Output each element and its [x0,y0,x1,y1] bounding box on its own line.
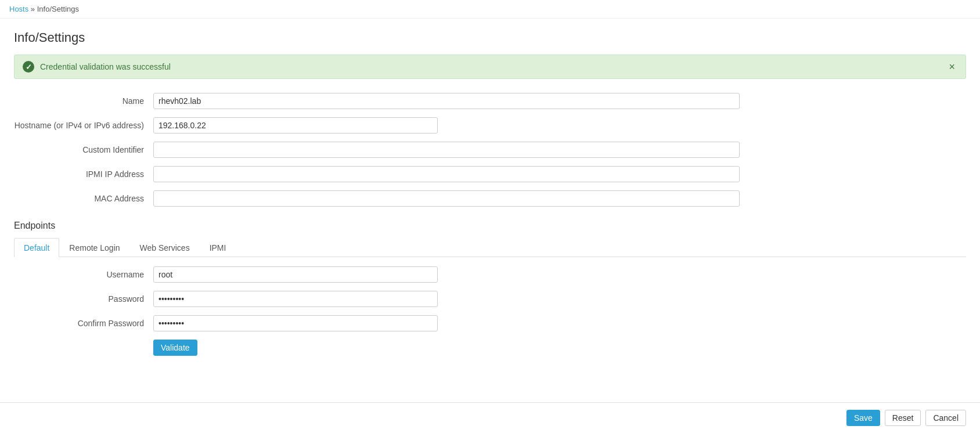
check-circle-icon: ✓ [23,61,34,73]
validate-button[interactable]: Validate [153,340,197,356]
password-input[interactable] [153,291,438,307]
hostname-label: Hostname (or IPv4 or IPv6 address) [14,121,153,130]
breadcrumb-separator: » [31,5,35,13]
breadcrumb-current: Info/Settings [37,5,79,13]
mac-address-field-group: MAC Address [14,190,966,207]
custom-identifier-field-group: Custom Identifier [14,142,966,158]
username-label: Username [14,270,153,279]
name-field-group: Name [14,93,966,109]
endpoints-section-title: Endpoints [14,221,966,231]
confirm-password-input[interactable] [153,315,438,331]
username-input[interactable] [153,266,438,283]
password-field-group: Password [14,291,966,307]
ipmi-ip-input[interactable] [153,166,740,182]
mac-address-label: MAC Address [14,194,153,203]
name-label: Name [14,96,153,106]
name-input[interactable] [153,93,740,109]
tab-ipmi[interactable]: IPMI [200,238,236,257]
alert-close-button[interactable]: × [946,62,957,72]
hostname-field-group: Hostname (or IPv4 or IPv6 address) [14,117,966,133]
password-label: Password [14,294,153,304]
success-icon: ✓ [23,61,34,73]
tab-default-content: Username Password Confirm Password Valid… [14,266,966,356]
validate-button-group: Validate [14,340,966,356]
tab-default[interactable]: Default [14,238,59,257]
custom-identifier-label: Custom Identifier [14,145,153,154]
ipmi-ip-label: IPMI IP Address [14,169,153,179]
endpoints-tabs: Default Remote Login Web Services IPMI [14,238,966,257]
success-alert: ✓ Credential validation was successful × [14,55,966,79]
breadcrumb-hosts-link[interactable]: Hosts [9,5,28,13]
confirm-password-field-group: Confirm Password [14,315,966,331]
breadcrumb: Hosts » Info/Settings [0,0,980,19]
page-title: Info/Settings [14,30,966,45]
tab-remote-login[interactable]: Remote Login [59,238,129,257]
endpoints-section: Endpoints Default Remote Login Web Servi… [14,221,966,356]
custom-identifier-input[interactable] [153,142,740,158]
ipmi-ip-field-group: IPMI IP Address [14,166,966,182]
mac-address-input[interactable] [153,190,740,207]
page-content: Info/Settings ✓ Credential validation wa… [0,19,980,376]
tab-web-services[interactable]: Web Services [130,238,200,257]
hostname-input[interactable] [153,117,438,133]
alert-message: Credential validation was successful [40,62,946,71]
username-field-group: Username [14,266,966,283]
confirm-password-label: Confirm Password [14,319,153,328]
